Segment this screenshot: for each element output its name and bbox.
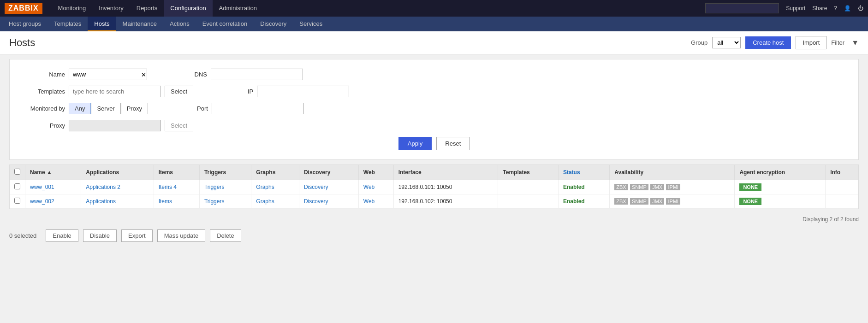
- enable-button[interactable]: Enable: [46, 229, 78, 242]
- group-label: Group: [691, 39, 707, 46]
- nav-configuration[interactable]: Configuration: [164, 0, 212, 17]
- select-all-checkbox[interactable]: [14, 169, 20, 175]
- ip-input[interactable]: [257, 86, 349, 97]
- row1-triggers-link[interactable]: Triggers: [204, 184, 225, 190]
- reset-button[interactable]: Reset: [436, 137, 470, 150]
- proxy-select-button[interactable]: Select: [165, 120, 193, 131]
- delete-button[interactable]: Delete: [210, 229, 241, 242]
- ip-label: IP: [212, 88, 253, 95]
- row1-status-badge: Enabled: [563, 184, 585, 190]
- nav-event-correlation[interactable]: Event correlation: [196, 17, 254, 31]
- row1-graphs: Graphs: [251, 180, 299, 194]
- share-link[interactable]: Share: [812, 5, 827, 12]
- import-button[interactable]: Import: [796, 36, 826, 49]
- support-link[interactable]: Support: [786, 5, 805, 12]
- templates-select-button[interactable]: Select: [165, 86, 193, 97]
- table-header-availability: Availability: [610, 165, 735, 180]
- apply-button[interactable]: Apply: [398, 137, 432, 150]
- page-title: Hosts: [9, 37, 35, 49]
- row2-applications-link[interactable]: Applications: [86, 198, 116, 205]
- table-header-discovery: Discovery: [299, 165, 358, 180]
- hosts-table: Name ▲ Applications Items Triggers Graph…: [10, 165, 858, 209]
- row2-select-checkbox[interactable]: [14, 198, 20, 204]
- row1-zbx-badge: ZBX: [614, 184, 628, 190]
- row1-name-link[interactable]: www_001: [30, 184, 54, 190]
- signout-icon[interactable]: ⏻: [858, 5, 863, 12]
- export-button[interactable]: Export: [121, 229, 153, 242]
- filter-label: Filter: [831, 39, 844, 46]
- row1-templates: [498, 180, 559, 194]
- table-header-web: Web: [358, 165, 393, 180]
- name-clear-button[interactable]: ✕: [141, 71, 146, 78]
- templates-search-input[interactable]: [69, 86, 161, 97]
- filter-icon[interactable]: ▼: [851, 39, 859, 47]
- proxy-input[interactable]: [69, 120, 161, 131]
- row2-info: [826, 194, 858, 209]
- table-header-applications: Applications: [81, 165, 154, 180]
- row2-discovery-link[interactable]: Discovery: [304, 198, 328, 205]
- nav-maintenance[interactable]: Maintenance: [116, 17, 163, 31]
- row2-web: Web: [358, 194, 393, 209]
- row1-snmp-badge: SNMP: [630, 184, 648, 190]
- user-icon[interactable]: 👤: [844, 5, 851, 12]
- nav-reports[interactable]: Reports: [130, 0, 164, 17]
- nav-administration[interactable]: Administration: [213, 0, 263, 17]
- row1-applications: Applications 2: [81, 180, 154, 194]
- monitored-proxy-button[interactable]: Proxy: [121, 103, 148, 114]
- row1-graphs-link[interactable]: Graphs: [256, 184, 274, 190]
- nav-discovery[interactable]: Discovery: [254, 17, 293, 31]
- row2-applications: Applications: [81, 194, 154, 209]
- nav-hosts[interactable]: Hosts: [88, 17, 116, 31]
- row2-name-link[interactable]: www_002: [30, 198, 54, 205]
- row1-name: www_001: [25, 180, 81, 194]
- row1-discovery-link[interactable]: Discovery: [304, 184, 328, 190]
- nav-services[interactable]: Services: [293, 17, 329, 31]
- group-select[interactable]: all: [712, 37, 741, 48]
- row2-items-link[interactable]: Items: [159, 198, 172, 205]
- row2-items: Items: [154, 194, 199, 209]
- row2-web-link[interactable]: Web: [363, 198, 375, 205]
- port-input[interactable]: [212, 103, 304, 114]
- mass-update-button[interactable]: Mass update: [157, 229, 205, 242]
- nav-inventory[interactable]: Inventory: [92, 0, 130, 17]
- row1-encryption: NONE: [735, 180, 826, 194]
- create-host-button[interactable]: Create host: [745, 36, 791, 49]
- disable-button[interactable]: Disable: [83, 229, 117, 242]
- row1-web-link[interactable]: Web: [363, 184, 375, 190]
- row1-triggers: Triggers: [199, 180, 251, 194]
- dns-label: DNS: [166, 71, 207, 78]
- row2-encryption-badge: NONE: [739, 198, 761, 205]
- row2-encryption: NONE: [735, 194, 826, 209]
- top-bar: ZABBIX Monitoring Inventory Reports Conf…: [0, 0, 868, 17]
- name-label: Name: [24, 71, 65, 78]
- global-search-input[interactable]: [705, 3, 779, 13]
- table-header-name[interactable]: Name ▲: [25, 165, 81, 180]
- row2-graphs: Graphs: [251, 194, 299, 209]
- row2-graphs-link[interactable]: Graphs: [256, 198, 274, 205]
- table-header-row: Name ▲ Applications Items Triggers Graph…: [10, 165, 858, 180]
- row1-jmx-badge: JMX: [650, 184, 664, 190]
- nav-actions[interactable]: Actions: [163, 17, 196, 31]
- monitored-server-button[interactable]: Server: [91, 103, 120, 114]
- row1-select-checkbox[interactable]: [14, 183, 20, 189]
- row2-templates: [498, 194, 559, 209]
- name-input[interactable]: [69, 69, 147, 80]
- help-icon[interactable]: ?: [834, 5, 837, 12]
- monitored-by-field: Monitored by Any Server Proxy: [24, 103, 148, 114]
- table-header-info: Info: [826, 165, 858, 180]
- row2-checkbox: [10, 194, 25, 209]
- row2-status-badge: Enabled: [563, 198, 585, 205]
- nav-monitoring[interactable]: Monitoring: [52, 0, 93, 17]
- top-navigation: Monitoring Inventory Reports Configurati…: [52, 0, 263, 17]
- monitored-any-button[interactable]: Any: [69, 103, 91, 114]
- row2-triggers-link[interactable]: Triggers: [204, 198, 225, 205]
- nav-templates[interactable]: Templates: [48, 17, 88, 31]
- row1-availability: ZBX SNMP JMX IPMI: [610, 180, 735, 194]
- nav-host-groups[interactable]: Host groups: [2, 17, 48, 31]
- dns-input[interactable]: [211, 69, 303, 80]
- row1-applications-link[interactable]: Applications 2: [86, 184, 120, 190]
- table-row: www_002 Applications Items Triggers Grap…: [10, 194, 858, 209]
- row1-items-link[interactable]: Items 4: [159, 184, 177, 190]
- table-header-status[interactable]: Status: [558, 165, 609, 180]
- filter-row-2: Templates Select IP: [24, 86, 844, 97]
